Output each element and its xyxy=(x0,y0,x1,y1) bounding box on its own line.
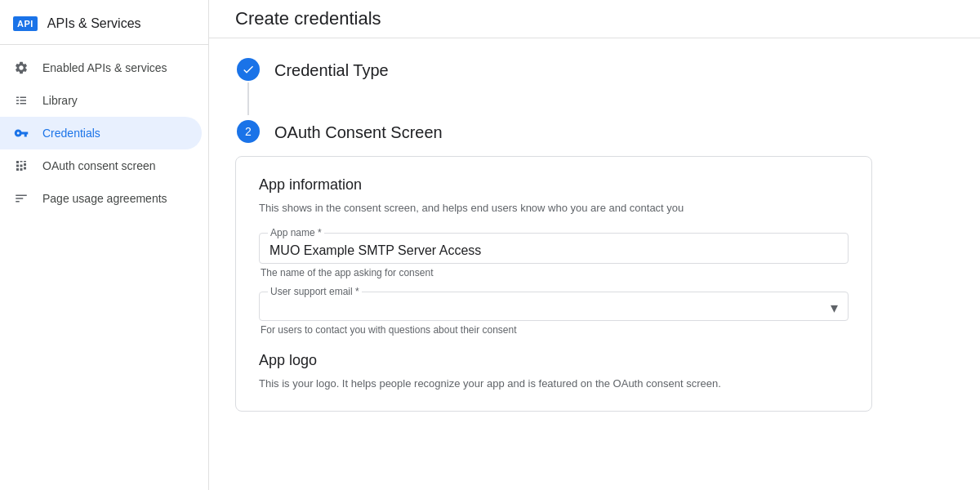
user-email-select[interactable] xyxy=(270,299,831,317)
step-1-label-wrapper: Credential Type xyxy=(274,58,389,80)
app-name-input[interactable] xyxy=(270,240,838,260)
main-panel: Create credentials Credential Type xyxy=(209,0,980,490)
gear-icon xyxy=(13,60,29,76)
app-logo-desc: This is your logo. It helps people recog… xyxy=(259,376,849,392)
app-name-wrapper: App name * xyxy=(259,233,849,264)
app-name-label: App name * xyxy=(268,227,324,238)
sidebar-item-page-usage-label: Page usage agreements xyxy=(42,192,167,205)
sidebar-item-enabled-apis-label: Enabled APIs & services xyxy=(42,61,167,74)
page-usage-icon xyxy=(13,190,29,207)
api-logo-icon: API xyxy=(13,16,38,31)
sidebar-item-page-usage[interactable]: Page usage agreements xyxy=(0,182,202,215)
form-card: App information This shows in the consen… xyxy=(235,156,872,412)
sidebar-item-library-label: Library xyxy=(42,94,78,107)
sidebar: API APIs & Services Enabled APIs & servi… xyxy=(0,0,209,490)
step-1-circle xyxy=(237,58,260,81)
steps-container: Credential Type 2 OAuth Consent Screen xyxy=(235,58,954,143)
step-2-icon-col: 2 xyxy=(235,120,261,143)
chevron-down-icon: ▾ xyxy=(831,299,838,317)
step-1-row: Credential Type xyxy=(235,58,954,117)
app-logo-title: App logo xyxy=(259,352,849,369)
app-name-field: App name * The name of the app asking fo… xyxy=(259,233,849,278)
sidebar-item-credentials[interactable]: Credentials xyxy=(0,117,202,149)
app-info-title: App information xyxy=(259,176,849,194)
key-icon xyxy=(13,125,29,141)
user-email-label: User support email * xyxy=(268,286,362,297)
main-header: Create credentials xyxy=(209,0,980,38)
sidebar-item-credentials-label: Credentials xyxy=(42,127,100,140)
oauth-icon xyxy=(13,158,29,174)
app-info-desc: This shows in the consent screen, and he… xyxy=(259,200,849,216)
step-2-row: 2 OAuth Consent Screen xyxy=(235,120,954,143)
sidebar-divider xyxy=(0,44,208,45)
step-2-label: OAuth Consent Screen xyxy=(274,122,443,141)
sidebar-item-oauth-consent-label: OAuth consent screen xyxy=(42,159,156,172)
sidebar-title: APIs & Services xyxy=(47,16,141,31)
step-1-label: Credential Type xyxy=(274,60,389,79)
sidebar-header: API APIs & Services xyxy=(0,7,208,44)
step-2-label-wrapper: OAuth Consent Screen xyxy=(274,120,443,142)
sidebar-item-oauth-consent[interactable]: OAuth consent screen xyxy=(0,149,202,182)
library-icon xyxy=(13,92,29,109)
sidebar-item-enabled-apis[interactable]: Enabled APIs & services xyxy=(0,51,202,84)
user-email-field: User support email * ▾ For users to cont… xyxy=(259,292,849,336)
app-name-hint: The name of the app asking for consent xyxy=(259,267,849,278)
step-connector xyxy=(247,82,249,115)
main-content: Credential Type 2 OAuth Consent Screen A… xyxy=(209,38,980,490)
sidebar-item-library[interactable]: Library xyxy=(0,84,202,117)
step-2-circle: 2 xyxy=(237,120,260,143)
user-email-wrapper: User support email * ▾ xyxy=(259,292,849,321)
step-1-icon-col xyxy=(235,58,261,117)
page-title: Create credentials xyxy=(235,8,381,29)
user-email-hint: For users to contact you with questions … xyxy=(259,324,849,336)
